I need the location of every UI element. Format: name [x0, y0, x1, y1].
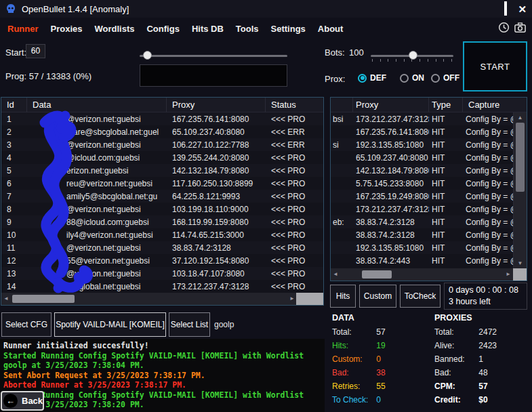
cell-id: 6 — [1, 179, 27, 188]
selected-config-button[interactable]: Spotify VAILD-MAIL [KOMEIL] — [54, 312, 166, 337]
prox-radio-on[interactable]: ON — [400, 73, 424, 83]
tab-tocheck[interactable]: ToCheck — [400, 285, 441, 308]
table-row[interactable]: 4 @icloud.com:guebsi 139.255.244.20:8080… — [1, 151, 323, 164]
scroll-right-icon[interactable]: ► — [504, 268, 513, 281]
wordlist-name: goolp — [214, 320, 234, 329]
menu-item-configs[interactable]: Configs — [140, 24, 185, 34]
column-header-hits-proxy[interactable]: Proxy — [353, 98, 429, 112]
column-header-type[interactable]: Type — [429, 98, 463, 112]
table-row[interactable]: 14 sbcglobal.net:guebsi 173.212.237.47:3… — [1, 280, 323, 293]
start-slider[interactable] — [140, 49, 287, 62]
cell-proxy: 38.83.74.2:3128 — [167, 243, 266, 253]
cell-capture: Config By = @ — [463, 115, 513, 124]
select-wordlist-button[interactable]: Select List — [169, 312, 210, 337]
radio-circle-off[interactable] — [431, 74, 440, 83]
table-row[interactable]: 1 @verizon.net:guebsi 167.235.76.141:808… — [1, 112, 323, 125]
table-row[interactable]: 5 erizon.net:guebsi 142.132.184.79:8080 … — [1, 164, 323, 177]
stat-label: Hits: — [332, 341, 373, 350]
table-row[interactable]: 3 @verizon.net:guebsi 106.227.10.122:778… — [1, 138, 323, 151]
menu-item-about[interactable]: About — [312, 24, 350, 34]
scroll-right-icon[interactable]: ► — [287, 293, 297, 305]
hits-horizontal-scrollbar[interactable]: ◄ ► — [331, 268, 513, 281]
column-header-capture[interactable]: Capture — [463, 98, 527, 112]
scroll-left-icon[interactable]: ◄ — [1, 293, 11, 305]
results-hscroll-thumb[interactable] — [12, 295, 75, 303]
table-row[interactable]: 6 reu@verizon.net:guebsi 117.160.250.130… — [1, 177, 323, 190]
cell-id: 8 — [1, 205, 27, 214]
menu-item-hitsdb[interactable]: Hits DB — [186, 24, 230, 34]
cell-status: <<< ERR — [266, 127, 323, 137]
hits-hscroll-thumb[interactable] — [362, 270, 392, 279]
bots-slider[interactable] — [371, 49, 453, 62]
clock-history-icon[interactable] — [497, 21, 510, 34]
table-row[interactable]: 8 @verizon.net:guebsi 103.199.18.110:900… — [1, 203, 323, 215]
proxy-stats: PROXIES Total: 2472 Alive: 2423 Banned: … — [434, 313, 526, 409]
table-row[interactable]: 12 55@verizon.net:guebsi 37.120.192.154:… — [1, 254, 323, 267]
table-row[interactable]: 5.75.145.233:8080 HIT Config By = @ — [331, 177, 513, 190]
table-row[interactable]: 192.3.135.85:1080 HIT Config By = @ — [331, 241, 513, 254]
table-row[interactable]: 7 amily5@sbcglobal.net:gu 64.225.8.121:9… — [1, 190, 323, 203]
menu-item-runner[interactable]: Runner — [1, 24, 45, 34]
tab-hits[interactable]: Hits — [330, 285, 356, 308]
cell-proxy: 106.227.10.122:7788 — [167, 140, 266, 150]
cell-data: sbcglobal.net:guebsi — [27, 282, 167, 291]
menu-item-wordlists[interactable]: Wordlists — [88, 24, 140, 34]
table-row[interactable]: eb: 38.83.74.2:3128 HIT Config By = @ — [331, 215, 513, 228]
column-header-status[interactable]: Status — [266, 98, 323, 112]
scroll-down-icon[interactable]: ▼ — [514, 259, 527, 268]
stat-row: Retries: 55 — [332, 382, 430, 395]
radio-circle-def[interactable] — [358, 74, 367, 83]
table-row[interactable]: 167.235.19.249:8080 HIT Config By = @ — [331, 190, 513, 203]
scroll-left-icon[interactable]: ◄ — [331, 268, 340, 281]
column-header-data[interactable]: Data — [27, 98, 167, 112]
table-row[interactable]: 142.132.184.79:8080 HIT Config By = @ — [331, 164, 513, 177]
table-row[interactable]: 173.212.237.47:3128 HIT Config By = @ — [331, 203, 513, 215]
bots-slider-thumb[interactable] — [409, 51, 417, 60]
cell-id: 9 — [1, 218, 27, 227]
hits-vscroll-thumb[interactable] — [516, 123, 525, 192]
radio-circle-on[interactable] — [400, 74, 409, 83]
tab-custom[interactable]: Custom — [359, 285, 396, 308]
cell-capture: Config By = @ — [463, 166, 513, 176]
menu-item-settings[interactable]: Settings — [265, 24, 312, 34]
table-row[interactable]: 38.83.74.2:3128 HIT Config By = @ — [331, 228, 513, 241]
menu-item-tools[interactable]: Tools — [230, 24, 265, 34]
close-button[interactable]: ✕ — [518, 4, 527, 14]
cell-id: 2 — [1, 127, 27, 137]
cell-type: HIT — [429, 205, 463, 214]
table-row[interactable]: 38.83.74.2:443 HIT Config By = @ — [331, 254, 513, 267]
table-row[interactable]: 167.235.76.141:8080 HIT Config By = @ — [331, 125, 513, 138]
stat-row: Bad: 38 — [332, 368, 430, 382]
table-row[interactable]: 65.109.237.40:8080 HIT Config By = @ — [331, 151, 513, 164]
scroll-up-icon[interactable]: ▲ — [514, 113, 527, 122]
prox-radio-off[interactable]: OFF — [431, 73, 459, 83]
cell-proxy: 38.83.74.2:443 — [353, 256, 429, 266]
time-left: 3 hours left — [449, 297, 523, 306]
stat-value: 19 — [376, 341, 385, 350]
column-header-proxy[interactable]: Proxy — [167, 98, 266, 112]
hits-vertical-scrollbar[interactable]: ▲ ▼ — [513, 112, 527, 268]
cell-id: 3 — [1, 140, 27, 150]
start-slider-thumb[interactable] — [143, 51, 152, 60]
maximize-button[interactable] — [504, 3, 507, 15]
select-config-button[interactable]: Select CFG — [1, 312, 52, 337]
cell-status: <<< PRO — [266, 192, 323, 201]
column-header-id[interactable]: Id — [1, 98, 27, 112]
table-row[interactable]: 13 @verizon.net:guebsi 103.18.47.107:808… — [1, 267, 323, 280]
table-row[interactable]: 2 mare@sbcglobal.net:guel 65.109.237.40:… — [1, 125, 323, 138]
stat-value: 57 — [478, 382, 487, 391]
table-row[interactable]: 10 ily4@verizon.net:guebsi 114.74.65.215… — [1, 228, 323, 241]
stat-value: 48 — [478, 368, 487, 377]
results-horizontal-scrollbar[interactable]: ◄ ► — [1, 293, 297, 305]
back-button[interactable]: ← Back — [1, 391, 44, 411]
table-row[interactable]: bsi 173.212.237.47:3128 HIT Config By = … — [331, 112, 513, 125]
table-row[interactable]: 9 88@icloud.com:guebsi 168.119.99.159:80… — [1, 215, 323, 228]
menu-item-proxies[interactable]: Proxies — [45, 24, 89, 34]
start-value-box[interactable]: 60 — [26, 44, 45, 58]
table-row[interactable]: si 192.3.135.85:1080 HIT Config By = @ — [331, 138, 513, 151]
start-button[interactable]: START — [463, 41, 527, 91]
camera-icon[interactable] — [514, 21, 527, 34]
prox-radio-def[interactable]: DEF — [358, 73, 386, 83]
cell-status: <<< PRO — [266, 205, 323, 214]
table-row[interactable]: 11 @verizon.net:guebsi 38.83.74.2:3128 <… — [1, 241, 323, 254]
